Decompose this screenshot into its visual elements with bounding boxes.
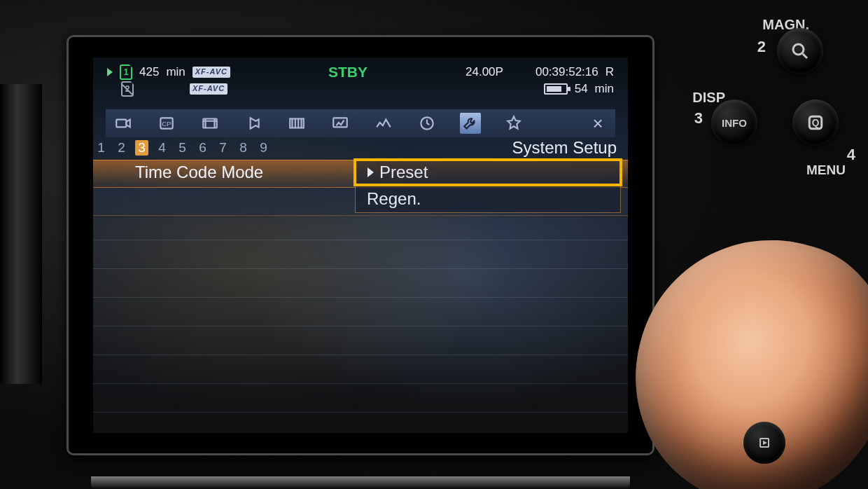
- card1-remaining-value: 425: [139, 65, 159, 79]
- menu-item-row: Time Code Mode Preset Regen.: [93, 158, 628, 217]
- menu-item-options: Preset Regen.: [355, 160, 621, 213]
- card1-icon: 1: [120, 64, 132, 80]
- bezel-bottom-shine: [91, 476, 630, 489]
- section-title: System Setup: [512, 138, 626, 158]
- star-icon[interactable]: [503, 113, 524, 134]
- magnify-button[interactable]: [777, 28, 823, 74]
- codec2-badge: XF-AVC: [190, 83, 227, 95]
- top-tabs: CP ×: [106, 109, 615, 137]
- page-strip: 1 2 3 4 5 6 7 8 9 System Setup: [93, 137, 628, 158]
- svg-rect-0: [116, 120, 126, 128]
- q-num: 4: [847, 146, 855, 164]
- network-icon[interactable]: [373, 113, 394, 134]
- battery-remaining-unit: min: [595, 82, 614, 96]
- menu-item-label: Time Code Mode: [135, 163, 263, 182]
- option-caret-icon: [368, 167, 374, 177]
- playback-button[interactable]: [743, 422, 785, 464]
- close-icon[interactable]: ×: [587, 113, 608, 134]
- cp-icon[interactable]: CP: [156, 113, 177, 134]
- page-1[interactable]: 1: [94, 140, 108, 156]
- card2-icon: 2: [121, 81, 134, 97]
- disp-num: 3: [694, 109, 703, 128]
- rec-state: STBY: [328, 64, 368, 81]
- q-button[interactable]: Q: [792, 99, 839, 146]
- battery-icon: [544, 83, 568, 95]
- page-9[interactable]: 9: [257, 140, 270, 156]
- info-button[interactable]: INFO: [711, 99, 757, 146]
- page-4[interactable]: 4: [155, 140, 169, 156]
- page-2[interactable]: 2: [115, 140, 128, 156]
- page-8[interactable]: 8: [237, 140, 250, 156]
- page-6[interactable]: 6: [196, 140, 209, 156]
- media-icon[interactable]: [200, 113, 220, 134]
- page-5[interactable]: 5: [176, 140, 189, 156]
- svg-point-7: [793, 44, 804, 55]
- assist-icon[interactable]: [286, 113, 307, 134]
- audio-icon[interactable]: [243, 113, 264, 134]
- svg-text:Q: Q: [812, 118, 820, 128]
- battery-remaining-value: 54: [575, 82, 588, 96]
- option-label: Preset: [379, 163, 428, 182]
- svg-text:CP: CP: [162, 120, 172, 128]
- wrench-icon[interactable]: [460, 113, 481, 134]
- framerate: 24.00P: [465, 65, 503, 79]
- magn-num: 2: [757, 38, 766, 56]
- card1-remaining-unit: min: [166, 65, 185, 79]
- lcd-screen: 1 425 min XF-AVC STBY 24.00P 00:39:52:16…: [93, 57, 628, 433]
- tc-icon[interactable]: [416, 113, 438, 134]
- svg-rect-5: [333, 118, 347, 127]
- play-icon: [756, 434, 773, 451]
- monitor-icon[interactable]: [330, 113, 351, 134]
- physical-controls: MAGN. 2 DISP 3 INFO Q 4 MENU: [658, 0, 868, 489]
- magnify-icon: [790, 41, 811, 62]
- status-bar: 1 425 min XF-AVC STBY 24.00P 00:39:52:16…: [93, 63, 628, 99]
- q-icon: Q: [805, 112, 826, 133]
- left-grip: [0, 84, 42, 384]
- menu-label: MENU: [806, 163, 846, 178]
- lcd-bezel: 1 425 min XF-AVC STBY 24.00P 00:39:52:16…: [66, 35, 654, 455]
- page-3[interactable]: 3: [135, 140, 148, 156]
- option-label: Regen.: [367, 189, 421, 209]
- camera-icon[interactable]: [113, 113, 134, 134]
- timecode-suffix: R: [606, 65, 614, 79]
- option-preset[interactable]: Preset: [354, 158, 622, 186]
- timecode: 00:39:52:16: [536, 65, 598, 79]
- info-label: INFO: [722, 117, 747, 129]
- codec1-badge: XF-AVC: [192, 67, 230, 78]
- record-indicator-icon: [107, 68, 113, 76]
- page-7[interactable]: 7: [216, 140, 230, 156]
- option-regen[interactable]: Regen.: [356, 184, 620, 212]
